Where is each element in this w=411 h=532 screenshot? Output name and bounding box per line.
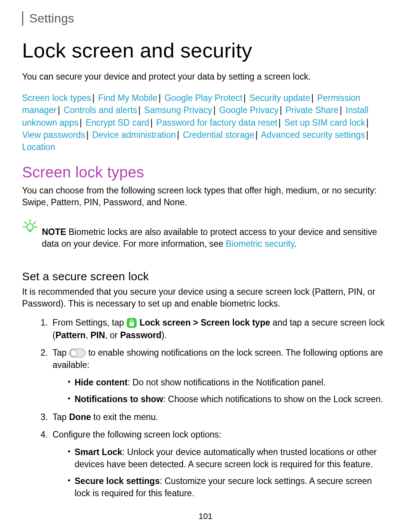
step1-bold-lock-screen: Lock screen (140, 318, 191, 328)
link-separator: | (254, 130, 259, 140)
step1-end: ). (161, 330, 167, 340)
link-separator: | (78, 118, 83, 128)
link-private-share[interactable]: Private Share (285, 105, 338, 115)
step3-post: to exit the menu. (91, 412, 158, 422)
section-intro: You can choose from the following screen… (22, 185, 389, 208)
link-device-administration[interactable]: Device administration (92, 130, 176, 140)
link-separator: | (339, 105, 343, 115)
link-google-privacy[interactable]: Google Privacy (219, 105, 279, 115)
breadcrumb-bar: Settings (22, 11, 389, 26)
step3-done: Done (69, 412, 91, 422)
section-title-screen-lock-types: Screen lock types (22, 164, 389, 181)
step4-text: Configure the following screen lock opti… (53, 430, 221, 439)
link-separator: | (365, 118, 370, 128)
svg-point-9 (71, 350, 77, 356)
step1-c2: , or (105, 330, 120, 340)
link-separator: | (176, 130, 180, 140)
step1-c1: , (86, 330, 91, 340)
svg-line-3 (34, 222, 36, 224)
step2-pre: Tap (53, 348, 69, 358)
link-separator: | (212, 105, 217, 115)
link-password-factory-reset[interactable]: Password for factory data reset (156, 118, 277, 128)
lock-icon (126, 318, 137, 328)
breadcrumb: Settings (29, 11, 74, 25)
link-separator: | (137, 105, 142, 115)
link-separator: | (158, 93, 162, 103)
link-find-my-mobile[interactable]: Find My Mobile (98, 93, 158, 103)
note-body-after: . (294, 239, 296, 249)
link-samsung-privacy[interactable]: Samsung Privacy (144, 105, 212, 115)
page-title: Lock screen and security (22, 38, 389, 62)
subsection-title: Set a secure screen lock (22, 270, 389, 283)
link-separator: | (279, 105, 283, 115)
step1-gt: > (191, 318, 201, 328)
bullet-secure-lock-settings: Secure lock settings: Customize your sec… (68, 475, 389, 499)
link-screen-lock-types[interactable]: Screen lock types (22, 93, 91, 103)
step1-bold-screen-lock-type: Screen lock type (201, 318, 270, 328)
link-separator: | (57, 105, 61, 115)
bullet-secure-lock-bold: Secure lock settings (75, 476, 160, 486)
link-separator: | (91, 93, 96, 103)
lightbulb-icon (22, 217, 38, 234)
bullet-hide-content-rest: : Do not show notifications in the Notif… (127, 377, 325, 387)
steps-list: From Settings, tap Lock screen > Screen … (22, 316, 389, 499)
link-encrypt-sd-card[interactable]: Encrypt SD card (86, 118, 149, 128)
step3-pre: Tap (53, 412, 69, 422)
link-setup-sim-card-lock[interactable]: Set up SIM card lock (284, 118, 365, 128)
bullet-notifications-bold: Notifications to show (75, 394, 163, 404)
link-controls-and-alerts[interactable]: Controls and alerts (64, 105, 137, 115)
step-3: Tap Done to exit the menu. (50, 411, 389, 423)
link-separator: | (365, 130, 370, 140)
step1-password: Password (120, 330, 162, 340)
bullet-hide-content-bold: Hide content (75, 377, 127, 387)
link-biometric-security[interactable]: Biometric security (226, 239, 294, 249)
link-security-update[interactable]: Security update (249, 93, 310, 103)
link-credential-storage[interactable]: Credential storage (183, 130, 254, 140)
step-1: From Settings, tap Lock screen > Screen … (50, 316, 389, 341)
svg-line-2 (25, 222, 27, 224)
step-4: Configure the following screen lock opti… (50, 428, 389, 500)
link-location[interactable]: Location (22, 142, 55, 152)
step1-pin: PIN (91, 330, 105, 340)
link-separator: | (277, 118, 282, 128)
bullet-notifications-to-show: Notifications to show: Choose which noti… (68, 393, 389, 405)
link-separator: | (85, 130, 90, 140)
page-number: 101 (0, 511, 411, 521)
note-body-before: Biometric locks are also available to pr… (42, 227, 377, 249)
step-2: Tap to enable showing notifications on t… (50, 347, 389, 406)
page-intro: You can secure your device and protect y… (22, 70, 389, 83)
bullet-smart-lock: Smart Lock: Unlock your device automatic… (68, 446, 389, 470)
toggle-off-icon (69, 348, 86, 358)
step1-pattern: Pattern (56, 330, 86, 340)
step1-pre: From Settings, tap (53, 318, 126, 328)
step2-post: to enable showing notifications on the l… (53, 348, 383, 370)
link-advanced-security-settings[interactable]: Advanced security settings (261, 130, 365, 140)
note-text: NOTE Biometric locks are also available … (42, 226, 389, 250)
bullet-smart-lock-bold: Smart Lock (75, 447, 122, 457)
link-separator: | (242, 93, 247, 103)
bullet-notifications-rest: : Choose which notifications to show on … (163, 394, 383, 404)
svg-rect-7 (129, 322, 134, 326)
link-google-play-protect[interactable]: Google Play Protect (164, 93, 242, 103)
link-separator: | (149, 118, 154, 128)
nav-links-block: Screen lock types| Find My Mobile| Googl… (22, 92, 389, 153)
step2-bullets: Hide content: Do not show notifications … (68, 376, 389, 405)
note-block: NOTE Biometric locks are also available … (22, 217, 389, 259)
step4-bullets: Smart Lock: Unlock your device automatic… (68, 446, 389, 500)
svg-point-0 (27, 224, 33, 230)
note-label: NOTE (42, 227, 66, 237)
link-separator: | (310, 93, 315, 103)
link-view-passwords[interactable]: View passwords (22, 130, 85, 140)
bullet-hide-content: Hide content: Do not show notifications … (68, 376, 389, 388)
subsection-intro: It is recommended that you secure your d… (22, 286, 389, 310)
